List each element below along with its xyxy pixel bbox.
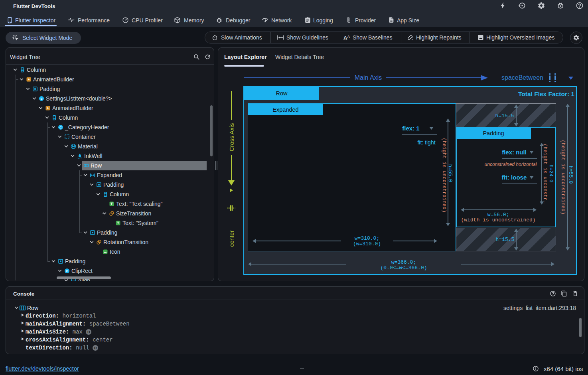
svg-text:C: C — [59, 126, 62, 129]
svg-text:S: S — [40, 97, 43, 101]
svg-text:C: C — [66, 269, 68, 273]
